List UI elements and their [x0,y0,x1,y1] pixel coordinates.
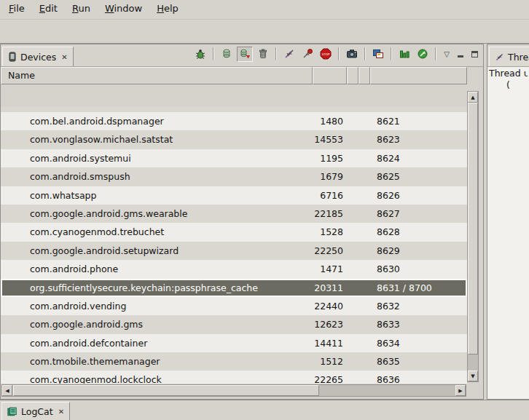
process-port-cell: 8632 [370,297,467,315]
systrace-icon [399,48,410,60]
stop-process-button[interactable]: STOP [318,47,334,62]
process-empty-cell [358,334,370,352]
process-table: Name com.bel.android.dspmanager14808621c… [1,67,483,399]
process-empty-cell [358,223,370,241]
horizontal-scrollbar[interactable]: ◀ ▶ [1,384,466,397]
threads-message: Thread up ( [487,67,529,399]
table-row[interactable]: com.tmobile.thememanager15128635 [1,352,467,371]
table-row[interactable]: org.sufficientlysecure.keychain:passphra… [1,279,467,297]
process-pid-cell: 22265 [313,371,347,384]
table-header: Name [1,67,467,84]
column-header-name[interactable]: Name [1,67,313,84]
process-empty-cell [358,205,370,223]
process-port-cell: 8635 [370,352,467,371]
minimize-icon[interactable] [455,48,466,60]
process-empty-cell [347,352,358,371]
tab-devices[interactable]: Devices ✕ [2,47,74,66]
table-row[interactable]: com.cyanogenmod.lockclock222658636 [1,371,467,384]
close-icon[interactable]: ✕ [60,53,67,61]
device-icon [8,52,17,62]
process-empty-cell [347,205,358,223]
scroll-right-icon[interactable]: ▶ [455,385,466,396]
menu-bar: FileEditRunWindowHelp [0,0,529,19]
process-name-cell: com.android.vending [1,297,313,315]
table-row[interactable]: com.vonglasow.michael.satstat145538623 [1,130,467,148]
menu-item-edit[interactable]: Edit [32,0,65,19]
scroll-down-icon[interactable]: ▼ [468,371,478,381]
process-pid-cell: 22185 [313,205,347,223]
column-header-empty-1 [347,67,358,84]
table-row[interactable]: com.android.defcontainer144118634 [1,334,467,352]
process-name-cell: com.google.android.setupwizard [1,242,313,260]
process-empty-cell [358,130,370,148]
table-row[interactable]: com.cyanogenmod.trebuchet15288628 [1,223,467,241]
table-row[interactable]: com.bel.android.dspmanager14808621 [1,112,467,130]
process-name-cell: com.android.systemui [1,149,313,167]
table-row[interactable]: com.android.phone14718630 [1,260,467,278]
toolbar-separator [338,47,340,60]
menu-item-run[interactable]: Run [65,0,98,19]
screen-capture-icon [346,48,358,60]
menu-item-help[interactable]: Help [149,0,186,19]
process-empty-cell [358,371,370,384]
tab-logcat-label: LogCat [21,406,53,417]
process-empty-cell [347,279,358,297]
table-row[interactable]: com.android.smspush16798625 [1,167,467,186]
process-name-cell: com.android.defcontainer [1,334,313,352]
screen-capture-button[interactable] [344,47,360,62]
cause-gc-button[interactable] [255,47,271,62]
dump-hprof-button[interactable] [237,47,253,62]
table-row[interactable]: com.google.android.gms126238633 [1,315,467,333]
horizontal-scrollbar-thumb[interactable] [13,385,319,396]
method-profiling-button[interactable] [299,47,316,62]
table-row[interactable]: com.whatsapp67168626 [1,186,467,205]
process-pid-cell: 14411 [313,334,347,352]
maximize-icon[interactable] [469,48,480,60]
tab-threads[interactable]: Threads [489,47,529,66]
process-pid-cell: 14553 [313,130,347,148]
window: FileEditRunWindowHelp Devices ✕ [0,0,529,44]
process-empty-cell [347,223,358,241]
process-empty-cell [347,149,358,167]
scroll-up-icon[interactable]: ▲ [468,92,478,103]
update-threads-button[interactable] [281,47,297,62]
tab-logcat[interactable]: LogCat ✕ [1,402,70,420]
process-empty-cell [347,297,358,315]
devices-toolbar: STOP [192,44,483,66]
logcat-bar: LogCat ✕ [0,400,529,420]
process-port-cell: 8626 [370,186,467,205]
process-name-cell: com.vonglasow.michael.satstat [1,130,313,148]
close-icon[interactable]: ✕ [57,408,64,416]
process-empty-cell [358,260,370,278]
column-header-pid[interactable] [313,67,347,84]
process-pid-cell: 1480 [313,112,347,130]
menu-item-window[interactable]: Window [98,0,149,19]
update-heap-icon [221,48,232,60]
process-empty-cell [358,167,370,186]
process-empty-cell [347,186,358,205]
vertical-scrollbar-thumb[interactable] [468,103,478,354]
column-header-port [370,67,467,84]
systrace-button[interactable] [396,47,412,62]
view-hierarchy-button[interactable] [370,47,386,62]
table-row[interactable]: com.android.vending224408632 [1,297,467,315]
threads-panel: Threads Thread up ( [487,44,529,400]
process-port-cell: 8627 [370,205,467,223]
opengl-trace-button[interactable] [415,47,431,62]
process-pid-cell: 1512 [313,352,347,371]
process-port-cell: 8624 [370,149,467,167]
debug-process-button[interactable] [192,47,208,62]
process-port-cell: 8629 [370,242,467,260]
table-row[interactable]: com.google.android.setupwizard222508629 [1,242,467,260]
update-heap-button[interactable] [219,47,235,62]
process-name-cell: com.whatsapp [1,186,313,205]
view-menu-icon[interactable]: ▽ [441,48,452,60]
scroll-left-icon[interactable]: ◀ [2,385,12,396]
process-pid-cell: 1528 [313,223,347,241]
process-empty-cell [347,334,358,352]
vertical-scrollbar[interactable]: ▲ ▼ [467,91,479,382]
process-empty-cell [358,112,370,130]
table-row[interactable]: com.google.android.gms.wearable221858627 [1,205,467,223]
table-row[interactable]: com.android.systemui11958624 [1,149,467,167]
menu-item-file[interactable]: File [1,0,32,19]
